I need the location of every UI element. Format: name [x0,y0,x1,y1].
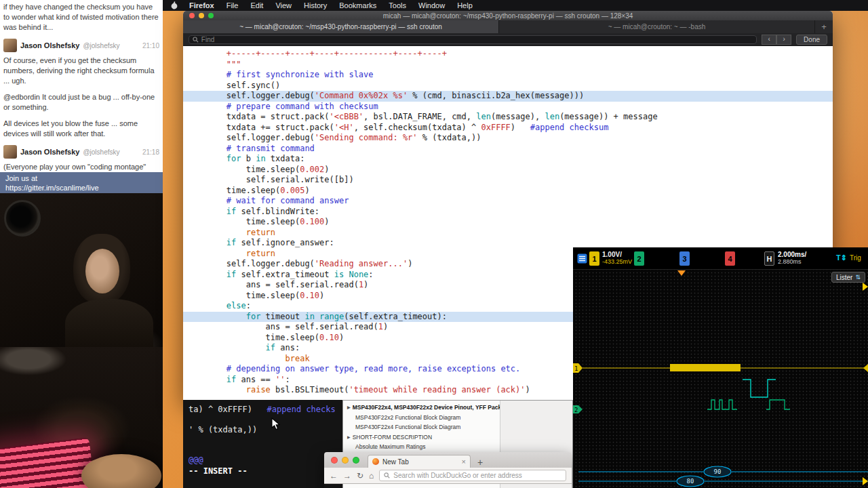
search-icon [384,472,390,479]
scope-graticule: Lister ⇅ 1 2 [573,270,868,488]
webcam-face-view [0,193,163,347]
menu-item-file[interactable]: File [220,0,245,11]
macos-menu-bar: FirefoxFileEditViewHistoryBookmarksTools… [163,0,868,11]
chat-message: (Everyone play your own "coding montage"… [3,162,159,172]
url-bar[interactable] [379,470,566,481]
camera-lens [4,200,41,237]
pdf-outline-item[interactable]: ▶MSP430F22x4, MSP430F22x2 Device Pinout,… [343,403,500,413]
pdf-outline-item[interactable]: MSP430F22x2 Functional Block Diagram [343,413,500,423]
vim-line: ta) ^ 0xFFFF) #append checks [189,405,336,414]
find-input[interactable] [201,36,753,43]
terminal-tab-ssh-crouton[interactable]: ~ — micah@crouton: ~/msp430-python-raspb… [183,20,499,33]
chat-message: All devices let you blow the fuse ... so… [3,119,159,139]
code-line: self.logger.debug('Sending command: %r' … [187,133,833,144]
code-line: # prepare command with checksum [187,102,833,113]
chat-author-row: Jason Olshefsky@jolshefsky21:10 [3,39,159,52]
vim-line: ' % (txdata,)) [189,425,257,434]
menu-item-history[interactable]: History [298,0,333,11]
browser-tab-new-tab[interactable]: New Tab × [368,455,471,468]
avatar [3,145,17,159]
apple-menu-icon[interactable] [165,1,183,9]
webcam-desk-view [0,347,163,488]
pdf-outline-item[interactable]: Absolute Maximum Ratings [343,442,500,452]
expander-icon[interactable]: ▶ [347,403,351,413]
code-line: +-----+-----+----+----+-----------+----+… [187,49,833,60]
reload-icon[interactable]: ↻ [357,472,363,480]
terminal-tab-bash[interactable]: ~ — micah@crouton: ~ — -bash [499,20,815,33]
pdf-outline-item[interactable]: ▶SHORT-FORM DESCRIPTION [343,432,500,443]
chat-author-handle: @jolshefsky [83,148,119,156]
terminal-title-bar[interactable]: micah — micah@crouton: ~/msp430-python-r… [183,11,833,20]
close-tab-icon[interactable]: × [462,458,466,466]
data-bit-burst [707,400,737,409]
code-line: """ [187,60,833,70]
vim-line: -- INSERT -- [189,466,248,476]
decode-value: 90 [714,468,722,475]
address-input[interactable] [393,472,561,479]
code-line: # first synchronize with slave [187,70,833,81]
code-line: # wait for command answer [187,196,833,207]
code-line: if self.blindWrite: [187,207,833,218]
menu-items: FirefoxFileEditViewHistoryBookmarksTools… [183,0,479,11]
close-window-button[interactable] [331,457,338,464]
minimize-window-button[interactable] [342,457,349,464]
terminal-find-bar: ‹ › Done [183,33,833,46]
forward-icon[interactable]: → [343,472,351,480]
firefox-tab-strip: New Tab × + [324,452,572,468]
lister-label: Lister [836,274,852,281]
find-navigation: ‹ › [762,35,791,45]
find-next-button[interactable]: › [776,35,791,45]
screen: if they have changed the checksum you ha… [0,0,868,488]
chat-timestamp: 21:10 [142,42,159,49]
scope-channel-2-button: 2 [634,251,644,266]
browser-new-tab-button[interactable]: + [477,458,483,467]
code-line: time.sleep(0.005) [187,186,833,197]
minimize-window-button[interactable] [199,13,204,18]
ch1-offset: -433.25mV [602,258,632,265]
code-line: # transmit command [187,144,833,155]
code-line: self.logger.debug('Command 0x%02x %s' % … [183,91,833,102]
close-window-button[interactable] [189,13,195,18]
trigger-status: Trig [850,254,861,262]
zoom-window-button[interactable] [353,457,359,464]
menu-item-view[interactable]: View [269,0,298,11]
scope-channel-4-button: 4 [725,251,735,266]
trigger-position-marker [677,270,686,276]
trigger-delay: 2.880ms [778,258,806,265]
expander-icon[interactable]: ▶ [347,432,351,443]
vim-terminal[interactable]: ta) ^ 0xFFFF) #append checks' % (txdata,… [183,400,343,488]
ch2-pulse [743,380,776,397]
find-done-button[interactable]: Done [796,35,827,45]
terminal-new-tab-button[interactable]: + [815,20,833,33]
menu-item-bookmarks[interactable]: Bookmarks [333,0,382,11]
ch1-volts-per-div: 1.00V/ [602,251,632,258]
zoom-window-button[interactable] [208,13,214,18]
menu-item-firefox[interactable]: Firefox [183,0,220,11]
code-line: self.sync() [187,81,833,92]
code-line: txdata = struct.pack('<cBBB', bsl.DATA_F… [187,112,833,123]
ch3-pulse [766,400,790,409]
menu-item-window[interactable]: Window [412,0,451,11]
banner-text: Join us at [5,174,157,183]
menu-item-edit[interactable]: Edit [244,0,269,11]
firefox-window: New Tab × + ← → ↻ ⌂ [324,452,572,488]
banner-link[interactable]: https://gitter.im/scanlime/live [5,183,157,192]
ch1-burst [670,364,741,371]
chat-message-list: if they have changed the checksum you ha… [0,0,163,172]
code-line: return [187,228,833,239]
chat-timestamp: 21:18 [142,148,159,156]
chat-banner[interactable]: Join us at https://gitter.im/scanlime/li… [0,172,163,193]
find-previous-button[interactable]: ‹ [762,35,776,45]
pdf-outline-item[interactable]: MSP430F22x4 Functional Block Diagram [343,422,500,432]
lister-dropdown: Lister ⇅ [831,272,865,283]
chat-panel: if they have changed the checksum you ha… [0,0,163,193]
back-icon[interactable]: ← [330,472,338,480]
find-field[interactable] [189,35,757,44]
scope-channel-3-button: 3 [679,251,690,266]
menu-item-tools[interactable]: Tools [382,0,412,11]
home-icon[interactable]: ⌂ [369,472,374,480]
macos-desktop: FirefoxFileEditViewHistoryBookmarksTools… [163,0,868,488]
scope-channel-1-button: 1 [589,251,599,266]
scope-list-icon [577,253,587,266]
menu-item-help[interactable]: Help [451,0,479,11]
